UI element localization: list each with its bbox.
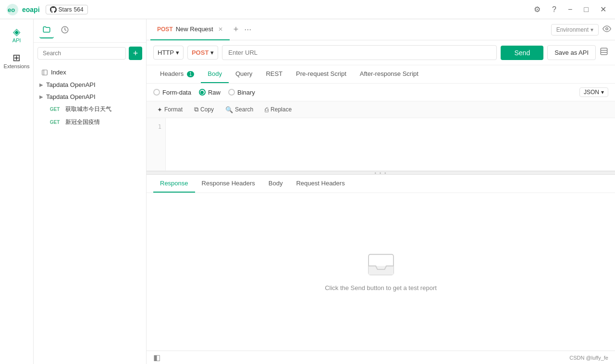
tab-response-headers[interactable]: Response Headers xyxy=(195,175,262,193)
binary-option[interactable]: Binary xyxy=(228,89,255,96)
form-data-label: Form-data xyxy=(162,89,191,96)
method-badge-get-2: GET xyxy=(47,119,62,125)
tab-query-label: Query xyxy=(235,70,252,77)
request-tabs: Headers 1 Body Query REST Pre-request Sc… xyxy=(147,65,615,84)
close-button[interactable]: ✕ xyxy=(597,4,609,15)
method-select[interactable]: POST ▾ xyxy=(187,46,218,60)
environment-select[interactable]: Environment ▾ xyxy=(551,24,599,36)
sidebar-item-extensions[interactable]: ⊞ Extensions xyxy=(3,49,30,73)
logo-text: eoapi xyxy=(22,6,40,13)
index-label: Index xyxy=(51,69,66,76)
help-button[interactable]: ? xyxy=(549,4,559,15)
settings-button[interactable]: ⚙ xyxy=(531,4,543,15)
tree-group-header-1[interactable]: ▶ Tapdata OpenAPI xyxy=(34,79,146,91)
tab-rest[interactable]: REST xyxy=(259,65,289,83)
copy-label: Copy xyxy=(200,106,214,113)
json-format-select[interactable]: JSON ▾ xyxy=(579,87,608,97)
editor-area: 1 xyxy=(147,118,615,171)
editor-toolbar: ✦ Format ⧉ Copy 🔍 Search ⎙ Replace xyxy=(147,101,615,118)
tree-group-2: ▶ Tapdata OpenAPI GET 获取城市今日天气 GET 新冠全国疫… xyxy=(34,91,146,129)
form-data-option[interactable]: Form-data xyxy=(153,89,191,96)
editor-content[interactable] xyxy=(166,118,615,170)
tab-request-headers-label: Request Headers xyxy=(296,180,344,187)
protocol-select[interactable]: HTTP ▾ xyxy=(153,46,184,60)
tab-close-icon[interactable]: ✕ xyxy=(218,26,223,33)
search-button[interactable]: 🔍 Search xyxy=(221,105,257,115)
raw-option[interactable]: Raw xyxy=(199,89,221,96)
tree-group-1: ▶ Tapdata OpenAPI xyxy=(34,79,146,91)
search-icon: 🔍 xyxy=(225,106,233,113)
form-data-radio[interactable] xyxy=(153,89,160,96)
list-item[interactable]: GET 获取城市今日天气 xyxy=(34,103,146,116)
sidebar-item-extensions-label: Extensions xyxy=(4,63,30,69)
tab-headers[interactable]: Headers 1 xyxy=(153,65,201,83)
file-tab-folder[interactable] xyxy=(39,23,54,38)
tab-response-label: Response xyxy=(160,180,188,187)
tab-more-button[interactable]: ··· xyxy=(242,24,253,35)
response-empty: Click the Send button to get a test repo… xyxy=(147,193,615,351)
tab-response-headers-label: Response Headers xyxy=(202,180,255,187)
send-button[interactable]: Send xyxy=(501,46,543,60)
sidebar-toggle-button[interactable]: ◧ xyxy=(153,353,160,362)
tab-request-headers[interactable]: Request Headers xyxy=(289,175,351,193)
sidebar-item-api[interactable]: ◈ API xyxy=(3,23,30,47)
binary-label: Binary xyxy=(237,89,255,96)
tab-response-body[interactable]: Body xyxy=(262,175,290,193)
api-icon: ◈ xyxy=(13,27,20,36)
layout-toggle-button[interactable] xyxy=(600,47,608,58)
tree-index[interactable]: Index xyxy=(34,66,146,79)
titlebar: eo eoapi Stars 564 ⚙ ? − □ ✕ xyxy=(0,0,615,19)
maximize-button[interactable]: □ xyxy=(581,4,591,15)
copy-button[interactable]: ⧉ Copy xyxy=(190,104,218,115)
chevron-icon-1: ▶ xyxy=(39,82,43,87)
file-tab-history[interactable] xyxy=(58,24,72,38)
method-arrow-icon: ▾ xyxy=(210,49,214,56)
tab-pre-request-label: Pre-request Script xyxy=(296,70,346,77)
line-num-1: 1 xyxy=(147,122,165,132)
item-name-1: 获取城市今日天气 xyxy=(65,105,111,113)
binary-radio[interactable] xyxy=(228,89,235,96)
url-input[interactable] xyxy=(222,45,497,60)
file-panel-tabs xyxy=(34,19,146,43)
tab-add-button[interactable]: + xyxy=(230,24,243,35)
tab-response[interactable]: Response xyxy=(153,175,195,193)
format-button[interactable]: ✦ Format xyxy=(153,105,186,115)
svg-point-5 xyxy=(606,27,608,30)
tab-pre-request[interactable]: Pre-request Script xyxy=(289,65,353,83)
tab-rest-label: REST xyxy=(266,70,283,77)
replace-button[interactable]: ⎙ Replace xyxy=(261,105,295,115)
headers-badge: 1 xyxy=(187,71,195,77)
sidebar-item-api-label: API xyxy=(12,37,21,43)
resize-handle[interactable]: • • • xyxy=(147,171,615,175)
empty-message: Click the Send button to get a test repo… xyxy=(325,284,437,291)
search-input[interactable] xyxy=(37,47,126,60)
tree-group-label-1: Tapdata OpenAPI xyxy=(46,81,96,88)
file-panel: + Index ▶ Tapdata OpenAPI ▶ Tapdata Open… xyxy=(34,19,147,364)
list-item[interactable]: GET 新冠全国疫情 xyxy=(34,116,146,129)
format-label: Format xyxy=(164,106,183,113)
svg-rect-3 xyxy=(42,70,48,75)
method-badge-get-1: GET xyxy=(47,106,62,112)
line-numbers: 1 xyxy=(147,118,166,170)
tab-query[interactable]: Query xyxy=(229,65,259,83)
minimize-button[interactable]: − xyxy=(565,4,575,15)
method-label: POST xyxy=(192,49,209,56)
tab-body[interactable]: Body xyxy=(201,65,229,83)
tab-headers-label: Headers xyxy=(160,70,184,77)
url-bar: HTTP ▾ POST ▾ Send Save as API xyxy=(147,40,615,65)
replace-label: Replace xyxy=(271,106,292,113)
raw-label: Raw xyxy=(208,89,221,96)
replace-icon: ⎙ xyxy=(265,106,269,113)
eye-button[interactable] xyxy=(603,24,611,35)
extensions-icon: ⊞ xyxy=(12,53,21,62)
raw-radio[interactable] xyxy=(199,89,206,96)
tab-after-response[interactable]: After-response Script xyxy=(353,65,425,83)
request-tab-new[interactable]: POST New Request ✕ xyxy=(150,19,230,40)
tree-group-header-2[interactable]: ▶ Tapdata OpenAPI xyxy=(34,91,146,103)
github-stars-count: 564 xyxy=(74,6,84,13)
github-badge[interactable]: Stars 564 xyxy=(46,5,88,14)
inbox-icon xyxy=(367,253,395,277)
add-button[interactable]: + xyxy=(129,47,142,60)
response-tabs: Response Response Headers Body Request H… xyxy=(147,175,615,193)
save-as-api-button[interactable]: Save as API xyxy=(547,45,596,60)
